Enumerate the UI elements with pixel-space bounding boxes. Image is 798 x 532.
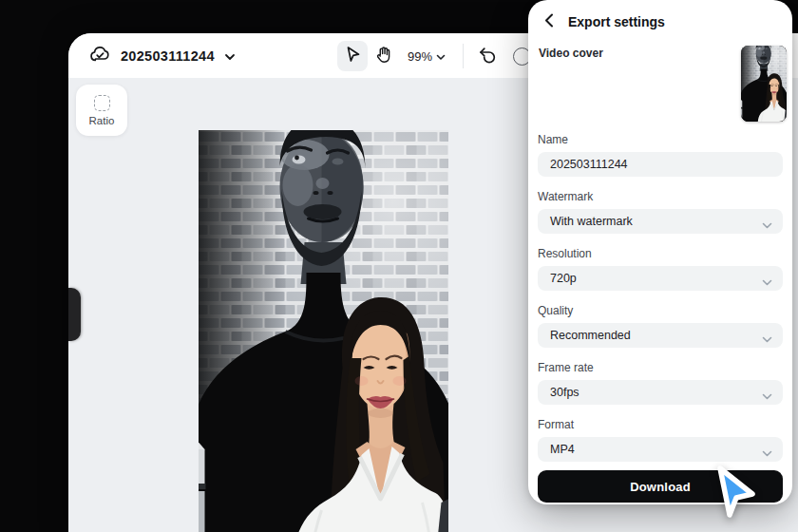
cloud-saved-icon <box>89 45 111 68</box>
hand-icon <box>373 45 393 68</box>
quality-select[interactable]: Recommended <box>538 323 783 348</box>
panel-title: Export settings <box>568 14 665 29</box>
chevron-down-icon <box>762 217 772 234</box>
name-label: Name <box>538 133 783 146</box>
resolution-field: Resolution 720p <box>538 247 783 291</box>
title-chevron-down-icon[interactable] <box>224 48 236 65</box>
watermark-label: Watermark <box>538 190 783 203</box>
chevron-down-icon <box>762 445 772 462</box>
undo-button[interactable] <box>471 41 502 71</box>
chevron-down-icon <box>762 388 772 405</box>
toolbar-divider <box>463 44 464 68</box>
zoom-level: 99% <box>408 49 432 64</box>
video-cover-thumbnail[interactable] <box>741 46 787 122</box>
export-settings-panel: Export settings Video cover Name Waterma… <box>528 0 792 504</box>
zoom-control[interactable]: 99% <box>408 49 446 64</box>
watermark-select[interactable]: With watermark <box>538 209 783 234</box>
chevron-down-icon <box>762 274 772 291</box>
quality-field: Quality Recommended <box>538 304 783 348</box>
frame-rate-field: Frame rate 30fps <box>538 361 783 405</box>
desktop-background: 202503111244 <box>0 0 798 532</box>
select-tool-button[interactable] <box>337 41 368 71</box>
ratio-dashed-square-icon <box>94 95 110 111</box>
quality-label: Quality <box>538 304 783 317</box>
name-input[interactable] <box>550 152 770 177</box>
resolution-select[interactable]: 720p <box>538 266 783 291</box>
project-title: 202503111244 <box>121 48 215 64</box>
video-cover-label: Video cover <box>539 47 603 60</box>
watermark-field: Watermark With watermark <box>538 190 783 234</box>
download-label: Download <box>630 480 691 494</box>
video-canvas[interactable] <box>199 130 448 532</box>
frame-rate-select[interactable]: 30fps <box>538 380 783 405</box>
zoom-chevron-down-icon <box>436 49 446 64</box>
frame-rate-label: Frame rate <box>538 361 783 374</box>
ratio-label: Ratio <box>89 115 115 126</box>
sidebar-drawer-handle[interactable] <box>68 288 81 341</box>
hand-tool-button[interactable] <box>368 41 398 71</box>
ratio-tool-button[interactable]: Ratio <box>76 85 127 136</box>
format-label: Format <box>538 418 783 431</box>
export-form: Name Watermark With watermark Resolution… <box>538 133 783 475</box>
back-button[interactable] <box>540 12 559 31</box>
name-field: Name <box>538 133 783 177</box>
cursor-arrow-icon <box>343 45 362 67</box>
chevron-left-icon <box>544 13 554 31</box>
chevron-down-icon <box>762 331 772 348</box>
resolution-label: Resolution <box>538 247 783 260</box>
undo-icon <box>477 45 496 67</box>
format-select[interactable]: MP4 <box>538 437 783 462</box>
format-field: Format MP4 <box>538 418 783 462</box>
mouse-pointer-cursor <box>707 463 760 523</box>
